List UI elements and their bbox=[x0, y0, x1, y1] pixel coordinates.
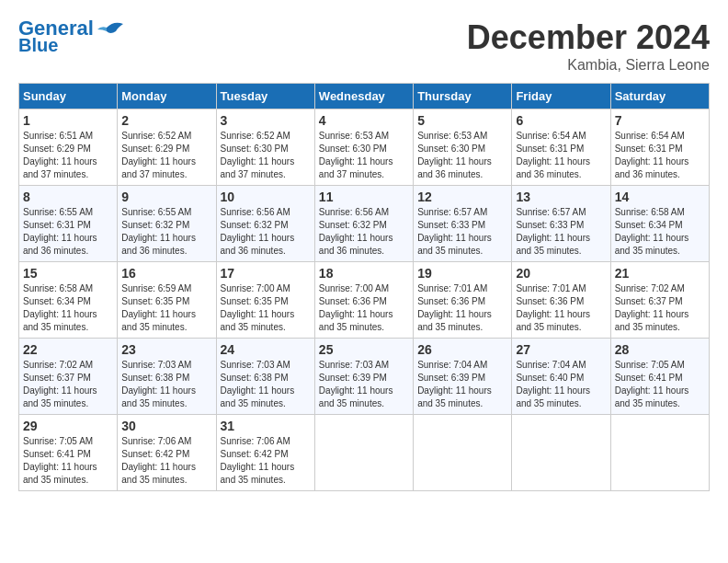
calendar-cell: 18Sunrise: 7:00 AMSunset: 6:36 PMDayligh… bbox=[314, 262, 413, 339]
day-info: Sunrise: 6:53 AMSunset: 6:30 PMDaylight:… bbox=[417, 130, 507, 181]
day-number: 14 bbox=[615, 190, 705, 204]
day-number: 20 bbox=[516, 266, 606, 281]
calendar-cell: 27Sunrise: 7:04 AMSunset: 6:40 PMDayligh… bbox=[512, 339, 610, 415]
calendar-cell: 16Sunrise: 6:59 AMSunset: 6:35 PMDayligh… bbox=[118, 262, 216, 339]
day-number: 1 bbox=[23, 113, 113, 128]
calendar-cell: 20Sunrise: 7:01 AMSunset: 6:36 PMDayligh… bbox=[512, 262, 610, 339]
day-info: Sunrise: 7:01 AMSunset: 6:36 PMDaylight:… bbox=[516, 282, 606, 334]
day-number: 4 bbox=[319, 113, 409, 128]
day-number: 17 bbox=[221, 266, 311, 281]
weekday-header-saturday: Saturday bbox=[610, 84, 709, 109]
calendar-week-row: 15Sunrise: 6:58 AMSunset: 6:34 PMDayligh… bbox=[19, 262, 710, 339]
day-number: 8 bbox=[23, 190, 113, 204]
day-number: 5 bbox=[417, 113, 507, 128]
title-block: December 2024 Kambia, Sierra Leone bbox=[467, 18, 710, 74]
calendar-cell: 22Sunrise: 7:02 AMSunset: 6:37 PMDayligh… bbox=[19, 339, 118, 415]
day-info: Sunrise: 6:55 AMSunset: 6:31 PMDaylight:… bbox=[23, 206, 113, 258]
calendar-cell: 7Sunrise: 6:54 AMSunset: 6:31 PMDaylight… bbox=[610, 109, 709, 186]
calendar-cell: 26Sunrise: 7:04 AMSunset: 6:39 PMDayligh… bbox=[414, 339, 512, 415]
calendar-cell: 15Sunrise: 6:58 AMSunset: 6:34 PMDayligh… bbox=[19, 262, 118, 339]
day-info: Sunrise: 6:54 AMSunset: 6:31 PMDaylight:… bbox=[615, 130, 705, 181]
day-number: 19 bbox=[417, 266, 507, 281]
calendar-cell bbox=[414, 415, 512, 491]
day-info: Sunrise: 7:04 AMSunset: 6:40 PMDaylight:… bbox=[516, 359, 606, 410]
day-info: Sunrise: 7:06 AMSunset: 6:42 PMDaylight:… bbox=[121, 435, 211, 487]
day-number: 3 bbox=[221, 113, 311, 128]
day-number: 9 bbox=[121, 190, 211, 204]
logo: General Blue bbox=[18, 18, 123, 55]
calendar-table: SundayMondayTuesdayWednesdayThursdayFrid… bbox=[18, 83, 710, 491]
weekday-header-wednesday: Wednesday bbox=[314, 84, 413, 109]
day-number: 21 bbox=[615, 266, 705, 281]
day-number: 2 bbox=[121, 113, 211, 128]
day-number: 26 bbox=[417, 342, 507, 357]
weekday-header-sunday: Sunday bbox=[19, 84, 118, 109]
day-number: 15 bbox=[23, 266, 113, 281]
day-number: 23 bbox=[121, 342, 211, 357]
calendar-cell: 25Sunrise: 7:03 AMSunset: 6:39 PMDayligh… bbox=[314, 339, 413, 415]
page-header: General Blue December 2024 Kambia, Sierr… bbox=[18, 18, 710, 74]
calendar-cell: 30Sunrise: 7:06 AMSunset: 6:42 PMDayligh… bbox=[118, 415, 216, 491]
day-info: Sunrise: 7:00 AMSunset: 6:36 PMDaylight:… bbox=[319, 282, 409, 334]
day-number: 18 bbox=[319, 266, 409, 281]
calendar-cell: 4Sunrise: 6:53 AMSunset: 6:30 PMDaylight… bbox=[314, 109, 413, 186]
calendar-week-row: 29Sunrise: 7:05 AMSunset: 6:41 PMDayligh… bbox=[19, 415, 710, 491]
calendar-cell: 10Sunrise: 6:56 AMSunset: 6:32 PMDayligh… bbox=[216, 186, 314, 262]
day-number: 30 bbox=[121, 419, 211, 433]
day-info: Sunrise: 6:59 AMSunset: 6:35 PMDaylight:… bbox=[121, 282, 211, 334]
calendar-cell: 14Sunrise: 6:58 AMSunset: 6:34 PMDayligh… bbox=[610, 186, 709, 262]
day-number: 6 bbox=[516, 113, 606, 128]
day-info: Sunrise: 7:05 AMSunset: 6:41 PMDaylight:… bbox=[615, 359, 705, 410]
day-info: Sunrise: 6:56 AMSunset: 6:32 PMDaylight:… bbox=[319, 206, 409, 258]
day-info: Sunrise: 7:02 AMSunset: 6:37 PMDaylight:… bbox=[23, 359, 113, 410]
month-title: December 2024 bbox=[467, 18, 710, 57]
calendar-cell: 2Sunrise: 6:52 AMSunset: 6:29 PMDaylight… bbox=[118, 109, 216, 186]
calendar-cell: 3Sunrise: 6:52 AMSunset: 6:30 PMDaylight… bbox=[216, 109, 314, 186]
day-info: Sunrise: 6:58 AMSunset: 6:34 PMDaylight:… bbox=[23, 282, 113, 334]
calendar-week-row: 8Sunrise: 6:55 AMSunset: 6:31 PMDaylight… bbox=[19, 186, 710, 262]
calendar-cell: 21Sunrise: 7:02 AMSunset: 6:37 PMDayligh… bbox=[610, 262, 709, 339]
calendar-cell bbox=[512, 415, 610, 491]
day-info: Sunrise: 7:02 AMSunset: 6:37 PMDaylight:… bbox=[615, 282, 705, 334]
day-info: Sunrise: 7:01 AMSunset: 6:36 PMDaylight:… bbox=[417, 282, 507, 334]
calendar-cell: 17Sunrise: 7:00 AMSunset: 6:35 PMDayligh… bbox=[216, 262, 314, 339]
day-info: Sunrise: 6:57 AMSunset: 6:33 PMDaylight:… bbox=[417, 206, 507, 258]
calendar-cell: 12Sunrise: 6:57 AMSunset: 6:33 PMDayligh… bbox=[414, 186, 512, 262]
day-number: 10 bbox=[221, 190, 311, 204]
weekday-header-friday: Friday bbox=[512, 84, 610, 109]
weekday-header-tuesday: Tuesday bbox=[216, 84, 314, 109]
day-info: Sunrise: 7:04 AMSunset: 6:39 PMDaylight:… bbox=[417, 359, 507, 410]
day-info: Sunrise: 6:57 AMSunset: 6:33 PMDaylight:… bbox=[516, 206, 606, 258]
calendar-cell: 6Sunrise: 6:54 AMSunset: 6:31 PMDaylight… bbox=[512, 109, 610, 186]
day-number: 25 bbox=[319, 342, 409, 357]
calendar-cell: 23Sunrise: 7:03 AMSunset: 6:38 PMDayligh… bbox=[118, 339, 216, 415]
day-info: Sunrise: 7:05 AMSunset: 6:41 PMDaylight:… bbox=[23, 435, 113, 487]
calendar-cell: 9Sunrise: 6:55 AMSunset: 6:32 PMDaylight… bbox=[118, 186, 216, 262]
calendar-cell: 5Sunrise: 6:53 AMSunset: 6:30 PMDaylight… bbox=[414, 109, 512, 186]
day-number: 31 bbox=[221, 419, 311, 433]
day-info: Sunrise: 6:58 AMSunset: 6:34 PMDaylight:… bbox=[615, 206, 705, 258]
day-number: 12 bbox=[417, 190, 507, 204]
calendar-cell: 11Sunrise: 6:56 AMSunset: 6:32 PMDayligh… bbox=[314, 186, 413, 262]
day-number: 7 bbox=[615, 113, 705, 128]
day-number: 28 bbox=[615, 342, 705, 357]
day-number: 29 bbox=[23, 419, 113, 433]
calendar-cell: 8Sunrise: 6:55 AMSunset: 6:31 PMDaylight… bbox=[19, 186, 118, 262]
day-number: 11 bbox=[319, 190, 409, 204]
day-info: Sunrise: 7:03 AMSunset: 6:38 PMDaylight:… bbox=[121, 359, 211, 410]
day-info: Sunrise: 6:56 AMSunset: 6:32 PMDaylight:… bbox=[221, 206, 311, 258]
calendar-header-row: SundayMondayTuesdayWednesdayThursdayFrid… bbox=[19, 84, 710, 109]
day-info: Sunrise: 7:03 AMSunset: 6:39 PMDaylight:… bbox=[319, 359, 409, 410]
day-info: Sunrise: 7:06 AMSunset: 6:42 PMDaylight:… bbox=[221, 435, 311, 487]
day-info: Sunrise: 7:00 AMSunset: 6:35 PMDaylight:… bbox=[221, 282, 311, 334]
calendar-cell bbox=[314, 415, 413, 491]
day-info: Sunrise: 6:54 AMSunset: 6:31 PMDaylight:… bbox=[516, 130, 606, 181]
calendar-week-row: 22Sunrise: 7:02 AMSunset: 6:37 PMDayligh… bbox=[19, 339, 710, 415]
day-info: Sunrise: 6:52 AMSunset: 6:30 PMDaylight:… bbox=[221, 130, 311, 181]
day-info: Sunrise: 6:53 AMSunset: 6:30 PMDaylight:… bbox=[319, 130, 409, 181]
day-info: Sunrise: 7:03 AMSunset: 6:38 PMDaylight:… bbox=[221, 359, 311, 410]
calendar-cell: 19Sunrise: 7:01 AMSunset: 6:36 PMDayligh… bbox=[414, 262, 512, 339]
calendar-cell: 13Sunrise: 6:57 AMSunset: 6:33 PMDayligh… bbox=[512, 186, 610, 262]
logo-blue-text: Blue bbox=[18, 35, 58, 55]
day-info: Sunrise: 6:52 AMSunset: 6:29 PMDaylight:… bbox=[121, 130, 211, 181]
